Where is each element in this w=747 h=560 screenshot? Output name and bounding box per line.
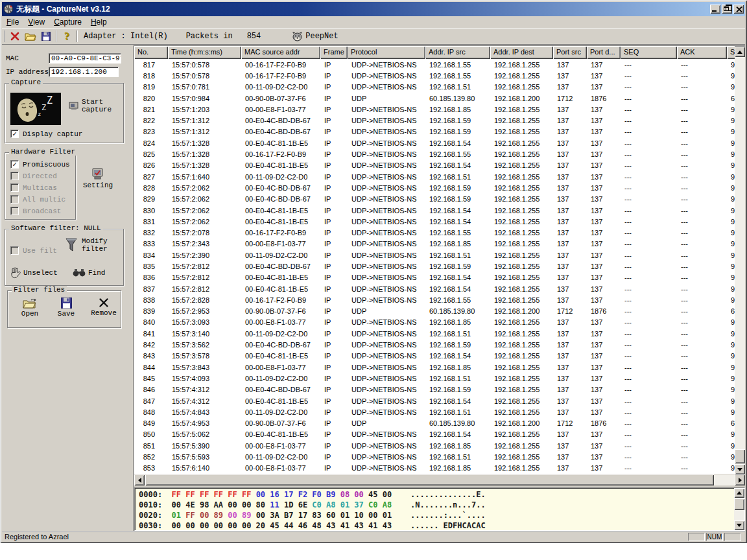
- scroll-down-button[interactable]: [735, 464, 745, 474]
- minimize-button[interactable]: [710, 5, 720, 14]
- filter-remove-button[interactable]: Remove: [88, 298, 119, 317]
- column-header-mac-source-addr[interactable]: MAC source addr: [241, 46, 320, 59]
- table-row[interactable]: 83115:57:2:06200-E0-4C-81-1B-E5IPUDP->NE…: [134, 216, 735, 227]
- table-row[interactable]: 84515:57:4:09300-11-09-D2-C2-D0IPUDP->NE…: [134, 373, 735, 384]
- table-row[interactable]: 84615:57:4:31200-E0-4C-BD-DB-67IPUDP->NE…: [134, 384, 735, 395]
- column-header-port-d-[interactable]: Port d...: [587, 46, 621, 59]
- filter-open-button[interactable]: Open: [16, 298, 44, 318]
- hex-scroll-thumb[interactable]: [734, 498, 744, 510]
- mac-field[interactable]: 00-A0-C9-8E-C3-97: [49, 53, 121, 64]
- clear-button[interactable]: [7, 29, 23, 43]
- open-button[interactable]: [23, 29, 38, 43]
- hex-line: 0010: 00 4E 98 AA 00 00 80 11 1D 6E C0 A…: [139, 500, 733, 510]
- close-button[interactable]: [733, 5, 744, 14]
- hex-vertical-scrollbar[interactable]: [734, 488, 744, 530]
- table-row[interactable]: 82515:57:1:32800-16-17-F2-F0-B9IPUDP->NE…: [134, 148, 735, 159]
- column-header-ack[interactable]: ACK: [677, 46, 727, 59]
- table-row[interactable]: 83315:57:2:34300-00-E8-F1-03-77IPUDP->NE…: [134, 239, 735, 250]
- modify-filter-button[interactable]: Modify filter: [65, 237, 108, 253]
- table-row[interactable]: 85315:57:6:14000-00-E8-F1-03-77IPUDP->NE…: [134, 463, 735, 474]
- hex-scroll-down-button[interactable]: [734, 520, 744, 530]
- display-capture-checkbox[interactable]: ✓ Display captur: [10, 130, 82, 138]
- table-row[interactable]: 83015:57:2:06200-E0-4C-81-1B-E5IPUDP->NE…: [134, 205, 735, 216]
- table-row[interactable]: 81815:57:0:57800-16-17-F2-F0-B9IPUDP->NE…: [134, 70, 735, 81]
- table-row[interactable]: 84315:57:3:57800-E0-4C-81-1B-E5IPUDP->NE…: [134, 351, 735, 362]
- column-header-addr-ip-dest[interactable]: Addr. IP dest: [490, 46, 553, 59]
- table-row[interactable]: 82715:57:1:64000-11-09-D2-C2-D0IPUDP->NE…: [134, 171, 735, 182]
- table-cell: 15:57:2:812: [168, 285, 241, 293]
- table-row[interactable]: 84915:57:4:95300-90-0B-07-37-F6IPUDP60.1…: [134, 418, 735, 429]
- help-button[interactable]: ?: [59, 29, 75, 43]
- table-row[interactable]: 82015:57:0:98400-90-0B-07-37-F6IPUDP60.1…: [134, 93, 735, 104]
- table-cell: IP: [320, 218, 348, 226]
- scroll-right-button[interactable]: [735, 474, 745, 485]
- menu-help[interactable]: Help: [86, 16, 112, 29]
- setting-button[interactable]: Setting: [78, 167, 117, 189]
- save-button[interactable]: [38, 29, 54, 43]
- ip-address-field[interactable]: 192.168.1.200: [49, 67, 119, 77]
- peepnet-button[interactable]: PeepNet: [292, 31, 338, 41]
- table-row[interactable]: 85115:57:5:39000-00-E8-F1-03-77IPUDP->NE…: [134, 440, 735, 451]
- table-row[interactable]: 83215:57:2:07800-16-17-F2-F0-B9IPUDP->NE…: [134, 227, 735, 238]
- table-row[interactable]: 82815:57:2:06200-E0-4C-BD-DB-67IPUDP->NE…: [134, 182, 735, 193]
- table-row[interactable]: 83615:57:2:81200-E0-4C-81-1B-E5IPUDP->NE…: [134, 272, 735, 283]
- table-row[interactable]: 82115:57:1:20300-00-E8-F1-03-77IPUDP->NE…: [134, 104, 735, 115]
- column-header-frame[interactable]: Frame: [320, 46, 348, 59]
- table-row[interactable]: 84415:57:3:84300-00-E8-F1-03-77IPUDP->NE…: [134, 362, 735, 373]
- table-cell: ---: [677, 161, 727, 169]
- hex-scroll-up-button[interactable]: [734, 488, 744, 498]
- scroll-thumb[interactable]: [735, 449, 745, 463]
- table-cell: 00-11-09-D2-C2-D0: [241, 330, 320, 338]
- table-vertical-scrollbar[interactable]: [735, 46, 745, 474]
- table-row[interactable]: 82615:57:1:32800-E0-4C-81-1B-E5IPUDP->NE…: [134, 160, 735, 171]
- table-row[interactable]: 83415:57:2:39000-11-09-D2-C2-D0IPUDP->NE…: [134, 250, 735, 261]
- table-row[interactable]: 82915:57:2:06200-E0-4C-BD-DB-67IPUDP->NE…: [134, 194, 735, 205]
- unselect-button[interactable]: Unselect: [9, 267, 58, 279]
- scroll-left-button[interactable]: [134, 474, 145, 485]
- table-cell: UDP->NETBIOS-NS: [348, 106, 425, 113]
- table-row[interactable]: 83515:57:2:81200-E0-4C-BD-DB-67IPUDP->NE…: [134, 261, 735, 272]
- menu-file[interactable]: File: [2, 16, 23, 29]
- filter-save-button[interactable]: Save: [53, 298, 79, 318]
- table-row[interactable]: 82215:57:1:31200-E0-4C-BD-DB-67IPUDP->NE…: [134, 115, 735, 126]
- table-row[interactable]: 84815:57:4:84300-11-09-D2-C2-D0IPUDP->NE…: [134, 406, 735, 417]
- table-horizontal-scrollbar[interactable]: [134, 474, 745, 485]
- hex-ascii: ...... EDFHCACAC: [392, 521, 486, 530]
- column-header-time-h-m-s-ms-[interactable]: Time (h:m:s:ms): [168, 46, 241, 59]
- table-row[interactable]: 84215:57:3:56200-E0-4C-BD-DB-67IPUDP->NE…: [134, 339, 735, 350]
- find-button[interactable]: Find: [73, 268, 105, 277]
- scroll-up-button[interactable]: [735, 47, 745, 57]
- table-cell: 192.168.1.51: [425, 453, 490, 461]
- column-header-seq[interactable]: SEQ: [621, 46, 677, 59]
- table-row[interactable]: 83915:57:2:95300-90-0B-07-37-F6IPUDP60.1…: [134, 306, 735, 317]
- table-row[interactable]: 84015:57:3:09300-00-E8-F1-03-77IPUDP->NE…: [134, 317, 735, 328]
- table-cell: 192.168.1.59: [425, 262, 490, 270]
- menu-view[interactable]: View: [23, 16, 49, 29]
- checkbox-checked-icon[interactable]: ✓: [10, 160, 19, 169]
- table-row[interactable]: 85215:57:5:59300-11-09-D2-C2-D0IPUDP->NE…: [134, 451, 735, 462]
- restore-button[interactable]: [722, 5, 732, 14]
- use-filter-checkbox[interactable]: Use filt: [10, 246, 57, 255]
- table-row[interactable]: 83815:57:2:82800-16-17-F2-F0-B9IPUDP->NE…: [134, 294, 735, 305]
- hardware-filter-checkbox-promiscuous[interactable]: ✓Promiscuous: [10, 160, 70, 169]
- table-row[interactable]: 84115:57:3:14000-11-09-D2-C2-D0IPUDP->NE…: [134, 328, 735, 339]
- table-row[interactable]: 81715:57:0:57800-16-17-F2-F0-B9IPUDP->NE…: [134, 59, 735, 70]
- column-header-protocol[interactable]: Protocol: [348, 46, 425, 59]
- status-cell-empty1: [688, 533, 705, 541]
- column-header-port-src[interactable]: Port src: [553, 46, 587, 59]
- table-row[interactable]: 82315:57:1:31200-E0-4C-BD-DB-67IPUDP->NE…: [134, 126, 735, 137]
- table-row[interactable]: 85015:57:5:06200-E0-4C-81-1B-E5IPUDP->NE…: [134, 429, 735, 440]
- menu-capture[interactable]: Capture: [49, 16, 86, 29]
- table-cell: 00-E0-4C-81-1B-E5: [241, 274, 320, 281]
- table-row[interactable]: 83715:57:2:81200-E0-4C-81-1B-E5IPUDP->NE…: [134, 283, 735, 294]
- table-row[interactable]: 82415:57:1:32800-E0-4C-81-1B-E5IPUDP->NE…: [134, 137, 735, 148]
- horizontal-scroll-thumb[interactable]: [145, 474, 714, 485]
- column-header-siz[interactable]: Siz: [727, 46, 735, 59]
- start-capture-button[interactable]: Start capture: [69, 98, 112, 113]
- table-cell: 192.168.1.255: [490, 128, 553, 135]
- column-header-addr-ip-src[interactable]: Addr. IP src: [425, 46, 490, 59]
- table-cell: 844: [134, 364, 168, 371]
- column-header-no-[interactable]: No.: [134, 46, 168, 59]
- table-row[interactable]: 81915:57:0:78100-11-09-D2-C2-D0IPUDP->NE…: [134, 82, 735, 93]
- table-row[interactable]: 84715:57:4:31200-E0-4C-81-1B-E5IPUDP->NE…: [134, 395, 735, 406]
